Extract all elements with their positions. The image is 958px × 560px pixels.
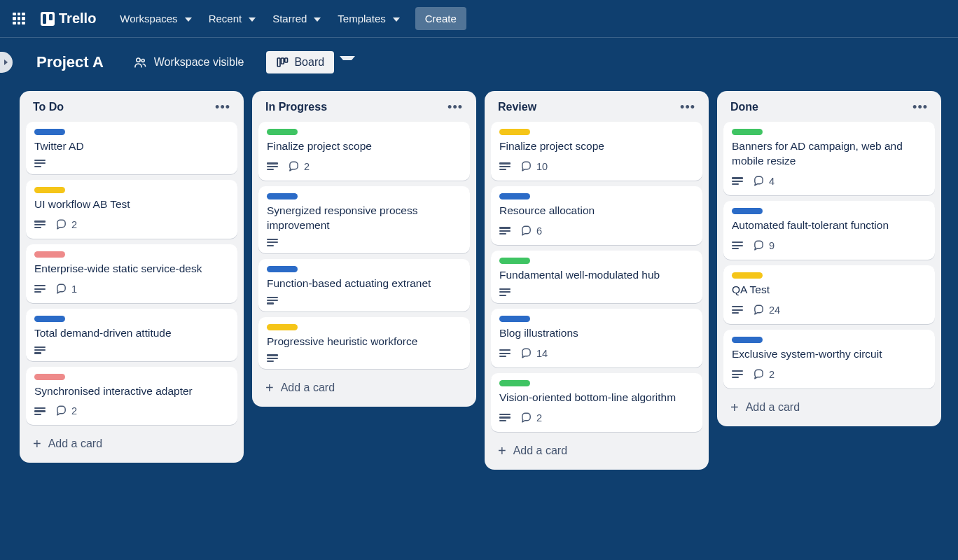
board-title[interactable]: Project A <box>29 50 111 75</box>
description-badge <box>499 288 511 296</box>
add-card-button[interactable]: +Add a card <box>491 439 702 463</box>
description-badge <box>34 160 46 167</box>
description-icon <box>267 354 278 362</box>
description-icon <box>732 241 743 249</box>
card-label[interactable] <box>732 208 763 214</box>
card-label[interactable] <box>732 272 763 279</box>
list-menu-button[interactable]: ••• <box>679 102 697 113</box>
comment-icon <box>753 303 765 317</box>
card-label[interactable] <box>499 258 530 264</box>
card-labels <box>732 272 926 279</box>
card[interactable]: Finalize project scope10 <box>491 122 702 181</box>
card[interactable]: Synchronised interactive adapter2 <box>26 367 237 426</box>
description-badge <box>34 346 46 354</box>
list-title[interactable]: In Progress <box>265 101 327 113</box>
list: To Do•••Twitter ADUI workflow AB Test2En… <box>20 91 244 463</box>
card-badges: 2 <box>732 368 926 382</box>
comments-badge: 1 <box>55 282 77 296</box>
nav-menu-templates[interactable]: Templates <box>331 8 406 29</box>
comments-count: 2 <box>71 219 77 230</box>
card-label[interactable] <box>34 316 65 322</box>
list-title[interactable]: Review <box>498 101 536 113</box>
card[interactable]: Enterprise-wide static service-desk1 <box>26 244 237 303</box>
card-label[interactable] <box>34 251 65 258</box>
card-label[interactable] <box>499 316 530 322</box>
card-label[interactable] <box>732 129 763 135</box>
card-label[interactable] <box>732 337 763 343</box>
card-label[interactable] <box>499 129 530 135</box>
card[interactable]: Blog illustrations14 <box>491 309 702 368</box>
card-label[interactable] <box>267 266 298 272</box>
description-icon <box>732 177 743 185</box>
apps-menu-button[interactable] <box>7 7 31 31</box>
board-view-button[interactable]: Board <box>266 51 334 74</box>
nav-menu-recent[interactable]: Recent <box>202 8 263 29</box>
card[interactable]: UI workflow AB Test2 <box>26 180 237 239</box>
card[interactable]: Total demand-driven attitude <box>26 309 237 361</box>
create-button[interactable]: Create <box>415 7 466 30</box>
card[interactable]: Finalize project scope2 <box>258 122 470 181</box>
comments-badge: 2 <box>520 411 542 425</box>
card[interactable]: Synergized responsive process improvemen… <box>258 186 470 253</box>
card[interactable]: Fundamental well-modulated hub <box>491 251 702 303</box>
nav-menu-starred[interactable]: Starred <box>265 8 328 29</box>
card-badges: 2 <box>267 160 461 174</box>
card[interactable]: Resource allocation6 <box>491 186 702 245</box>
card[interactable]: Function-based actuating extranet <box>258 259 470 312</box>
comments-badge: 4 <box>753 174 775 188</box>
description-badge <box>267 239 278 246</box>
trello-logo[interactable]: Trello <box>35 10 102 27</box>
comment-icon <box>520 346 532 360</box>
card-label[interactable] <box>34 374 65 380</box>
card-label[interactable] <box>34 187 65 193</box>
chevron-down-icon <box>185 18 192 22</box>
add-card-button[interactable]: +Add a card <box>258 376 470 400</box>
card-badges: 2 <box>34 404 229 418</box>
list-menu-button[interactable]: ••• <box>214 102 232 113</box>
comment-icon <box>753 174 765 188</box>
add-card-label: Add a card <box>281 382 335 394</box>
list-menu-button[interactable]: ••• <box>446 102 464 113</box>
card-badges: 14 <box>499 346 694 360</box>
list-header: Review••• <box>491 98 702 116</box>
card-label[interactable] <box>267 129 298 135</box>
list: Review•••Finalize project scope10Resourc… <box>485 91 709 470</box>
description-icon <box>267 297 278 304</box>
list-title[interactable]: To Do <box>33 101 64 113</box>
card[interactable]: Exclusive system-worthy circuit2 <box>723 330 935 388</box>
comment-icon <box>520 224 532 238</box>
chevron-down-icon <box>393 18 400 22</box>
view-switcher-dropdown[interactable] <box>340 56 355 69</box>
list-menu-button[interactable]: ••• <box>911 102 929 113</box>
sidebar-expand-button[interactable] <box>0 52 13 73</box>
nav-menu-label: Starred <box>272 13 307 24</box>
description-icon <box>499 414 511 421</box>
add-card-button[interactable]: +Add a card <box>723 396 935 419</box>
description-icon <box>34 220 46 228</box>
card-label[interactable] <box>34 129 65 135</box>
card-label[interactable] <box>499 193 530 200</box>
card[interactable]: Banners for AD campaign, web and mobile … <box>723 122 935 195</box>
description-icon <box>267 162 278 170</box>
description-badge <box>267 354 278 362</box>
card-label[interactable] <box>267 193 298 200</box>
svg-rect-3 <box>282 58 284 64</box>
nav-menu-workspaces[interactable]: Workspaces <box>113 8 198 29</box>
list-title[interactable]: Done <box>730 101 758 113</box>
description-badge <box>732 370 743 378</box>
card[interactable]: Progressive heuristic workforce <box>258 317 470 370</box>
card[interactable]: QA Test24 <box>723 265 935 324</box>
comments-count: 14 <box>536 348 548 359</box>
chevron-down-icon <box>249 18 256 22</box>
card-labels <box>267 324 461 330</box>
card-label[interactable] <box>267 324 298 330</box>
description-badge <box>732 241 743 249</box>
visibility-button[interactable]: Workspace visible <box>126 51 251 74</box>
add-card-button[interactable]: +Add a card <box>26 432 237 456</box>
card-title: Vision-oriented bottom-line algorithm <box>499 391 694 405</box>
card-label[interactable] <box>499 380 530 386</box>
card[interactable]: Twitter AD <box>26 122 237 174</box>
plus-icon: + <box>498 445 506 456</box>
card[interactable]: Vision-oriented bottom-line algorithm2 <box>491 373 702 432</box>
card[interactable]: Automated fault-tolerant function9 <box>723 201 935 260</box>
